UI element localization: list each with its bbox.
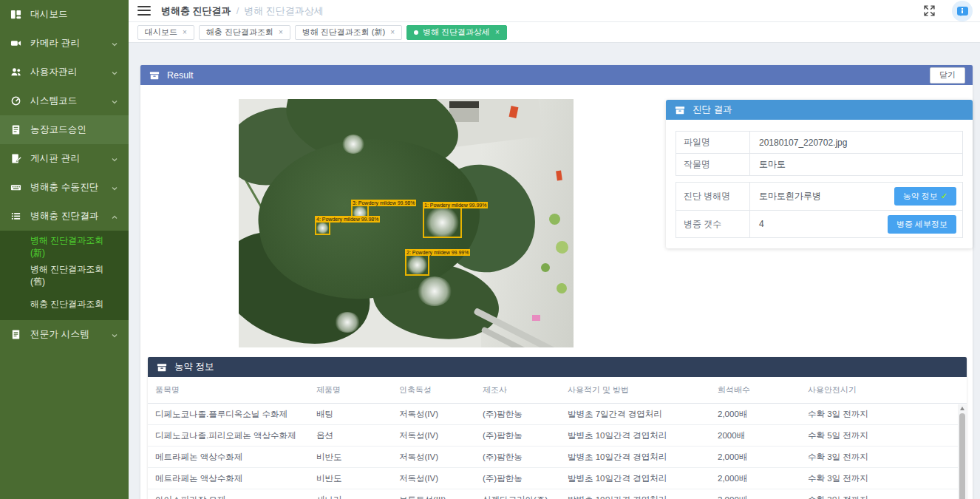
table-cell: 저독성(IV)	[392, 403, 475, 426]
table-cell: 발병초 7일간격 경엽처리	[560, 403, 710, 426]
field-label: 진단 병해명	[676, 183, 750, 210]
hamburger-menu-icon[interactable]	[137, 6, 151, 16]
pesticide-panel-header: 농약 정보	[148, 357, 967, 377]
breadcrumb-page: 병해 진단결과상세	[244, 4, 324, 18]
result-panel: Result 닫기	[140, 65, 973, 499]
table-cell: 발병초 10일간격 경엽처리	[560, 467, 710, 490]
tab-close-icon[interactable]: ×	[183, 29, 187, 36]
column-header: 희석배수	[710, 377, 800, 403]
table-body: 디페노코나졸.플루디옥소닐 수화제 배팅 저독성(IV) (주)팜한농 발병초 …	[148, 404, 967, 499]
sidebar-item-system-code[interactable]: 시스템코드	[0, 86, 129, 115]
result-panel-header: Result 닫기	[140, 65, 973, 85]
sidebar-item-label: 농장코드승인	[30, 123, 118, 136]
sidebar-item-label: 카메라 관리	[30, 37, 111, 50]
detection-label: 1: Powdery mildew 99.99%	[423, 202, 488, 208]
sidebar: 대시보드 카메라 관리 사용자관리 시스템코드 농장코드승인 게시판 관리 병해…	[0, 0, 129, 499]
table-cell: 저독성(IV)	[392, 446, 475, 469]
sidebar-item-dashboard[interactable]: 대시보드	[0, 0, 129, 29]
pesticide-panel-title: 농약 정보	[174, 361, 214, 373]
detection-box-2: 2: Powdery mildew 99.99%	[405, 254, 429, 276]
dashboard-icon	[10, 9, 21, 20]
mildew-spot	[342, 135, 364, 154]
tab-disease-result-detail[interactable]: 병해 진단결과상세 ×	[406, 25, 507, 40]
table-cell: 저독성(IV)	[392, 424, 475, 447]
sidebar-subitem-pest-results[interactable]: 해충 진단결과조회	[0, 290, 129, 319]
table-cell: 2,000배	[710, 403, 800, 426]
table-cell: 수확 3일 전까지	[800, 489, 967, 499]
scrollbar-up-arrow[interactable]	[958, 404, 967, 413]
column-header: 제품명	[309, 377, 392, 403]
table-cell: 메트라페논 액상수화제	[148, 467, 309, 490]
table-cell: 수확 3일 전까지	[800, 467, 967, 490]
active-tab-dot	[414, 30, 418, 35]
result-panel-title: Result	[167, 70, 193, 81]
sidebar-item-camera[interactable]: 카메라 관리	[0, 29, 129, 58]
symptom-detail-button[interactable]: 병증 세부정보	[888, 215, 956, 234]
table-cell: 수확 5일 전까지	[800, 424, 967, 447]
detection-label: 4: Powdery mildew 99.98%	[315, 216, 380, 223]
sidebar-subitem-disease-results-new[interactable]: 병해 진단결과조회 (新)	[0, 232, 129, 261]
system-code-icon	[10, 95, 21, 106]
tab-close-icon[interactable]: ×	[390, 29, 395, 36]
sidebar-item-users[interactable]: 사용자관리	[0, 58, 129, 86]
photo-tomato	[549, 214, 560, 225]
table-cell: 비반도	[309, 446, 392, 469]
sidebar-item-label: 시스템코드	[30, 95, 111, 107]
sidebar-item-board-management[interactable]: 게시판 관리	[0, 144, 129, 173]
mildew-spot	[335, 312, 360, 333]
sidebar-item-farm-code-approval[interactable]: 농장코드승인	[0, 115, 129, 144]
expert-system-icon	[10, 329, 21, 340]
chevron-down-icon	[111, 40, 118, 47]
sidebar-item-diagnosis-results[interactable]: 병해충 진단결과	[0, 202, 129, 231]
tab-bar: 대시보드 × 해충 진단결과조회 × 병해 진단결과조회 (新) × 병해 진단…	[129, 22, 980, 43]
farm-code-icon	[10, 124, 21, 135]
info-message-icon[interactable]	[952, 1, 973, 21]
column-header: 사용안전시기	[800, 377, 967, 403]
field-label: 파일명	[676, 132, 750, 153]
diagnosis-card-title: 진단 결과	[693, 103, 732, 116]
table-row: 아이소피라잠 유제 새나리 보통독성(III) 신젠타코리아(주) 발병초 10…	[148, 489, 967, 499]
detection-box-1: 1: Powdery mildew 99.99%	[423, 207, 462, 238]
sidebar-subitem-disease-results-old[interactable]: 병해 진단결과조회 (舊)	[0, 261, 129, 290]
photo-tomato	[557, 283, 567, 293]
tab-dashboard[interactable]: 대시보드 ×	[137, 25, 194, 40]
mildew-spot	[418, 276, 452, 306]
chevron-down-icon	[111, 98, 118, 105]
table-row: 디페노코나졸.피리오페논 액상수화제 옵션 저독성(IV) (주)팜한농 발병초…	[148, 425, 967, 447]
list-icon	[10, 211, 21, 222]
tab-pest-results[interactable]: 해충 진단결과조회 ×	[199, 25, 290, 40]
users-icon	[10, 67, 21, 78]
column-header: 인축독성	[392, 377, 475, 403]
diagnosis-result-card: 진단 결과 파일명 20180107_220702.jpg 작물명 토마토 진단…	[666, 100, 973, 248]
button-label: 병증 세부정보	[896, 220, 947, 228]
table-cell: 2,000배	[710, 467, 800, 490]
table-cell: 아이소피라잠 유제	[148, 489, 309, 499]
diagnosis-row-disease: 진단 병해명 토마토흰가루병 농약 정보✓	[676, 183, 962, 210]
manual-diagnosis-icon	[10, 182, 21, 193]
tab-close-icon[interactable]: ×	[279, 29, 283, 36]
table-cell: 메트라페논 액상수화제	[148, 446, 309, 469]
fullscreen-icon[interactable]	[923, 4, 936, 17]
sidebar-item-label: 사용자관리	[30, 66, 111, 78]
table-cell: 새나리	[309, 489, 392, 499]
scrollbar-thumb[interactable]	[959, 413, 965, 499]
sidebar-item-label: 병해충 진단결과	[30, 210, 111, 223]
pesticide-info-button[interactable]: 농약 정보✓	[894, 187, 956, 206]
tab-close-icon[interactable]: ×	[495, 29, 500, 36]
chevron-up-icon	[111, 213, 118, 220]
photo-tomato	[541, 263, 550, 272]
sidebar-item-expert-system[interactable]: 전문가 시스템	[0, 320, 129, 349]
close-button[interactable]: 닫기	[930, 67, 965, 84]
tab-disease-results-new[interactable]: 병해 진단결과조회 (新) ×	[295, 25, 402, 40]
sidebar-item-manual-diagnosis[interactable]: 병해충 수동진단	[0, 173, 129, 202]
table-cell: 옵션	[309, 424, 392, 447]
breadcrumb-section[interactable]: 병해충 진단결과	[161, 4, 231, 18]
table-scrollbar[interactable]	[958, 404, 967, 499]
column-header: 사용적기 및 방법	[560, 377, 710, 403]
detection-label: 3: Powdery mildew 99.98%	[351, 200, 416, 206]
table-cell: 수확 3일 전까지	[800, 446, 967, 469]
table-cell: 발병초 10일간격 경엽처리	[560, 424, 710, 447]
table-cell: 보통독성(III)	[392, 489, 475, 499]
column-header: 제조사	[475, 377, 560, 403]
table-row: 디페노코나졸.플루디옥소닐 수화제 배팅 저독성(IV) (주)팜한농 발병초 …	[148, 404, 967, 425]
